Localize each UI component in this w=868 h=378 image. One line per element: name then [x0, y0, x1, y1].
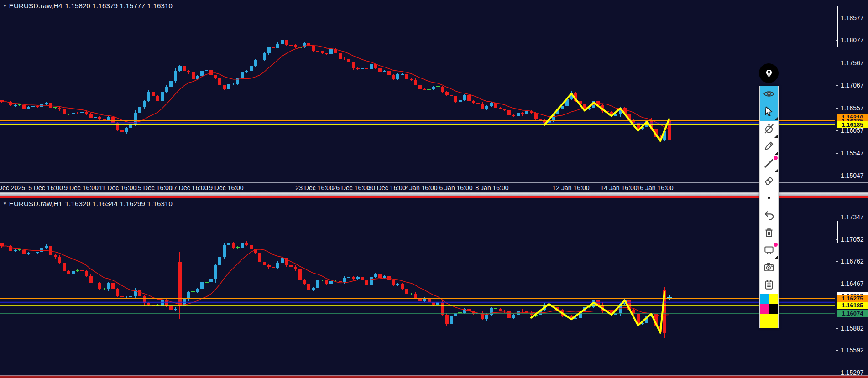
- color-swatch-1[interactable]: [769, 294, 778, 304]
- h4-symbol-label: EURUSD.raw,H4: [9, 2, 63, 10]
- price-tick-mark: [836, 284, 838, 284]
- tool-expand-corner: [774, 256, 778, 259]
- time-axis-label: 14 Jan 16:00: [601, 184, 638, 192]
- h1-chart-canvas[interactable]: [0, 198, 835, 375]
- color-swatch-0[interactable]: [760, 294, 769, 304]
- active-window-bottom-border: [0, 375, 868, 378]
- price-tick-label: 1.16557: [841, 104, 864, 112]
- time-axis-label: 30 Dec 16:00: [368, 184, 406, 192]
- toolbar-drag-handle[interactable]: [759, 63, 779, 83]
- price-tick-label: 1.15547: [841, 150, 864, 157]
- h1-price-axis[interactable]: 1.173471.170521.167621.164671.158821.155…: [836, 198, 868, 375]
- drawing-toolbar: [759, 86, 779, 328]
- undo-icon: [763, 209, 775, 223]
- tool-color-dot: [774, 243, 778, 247]
- price-tick-mark: [836, 63, 838, 63]
- price-tick-mark: [836, 350, 838, 351]
- price-tick-label: 1.17067: [841, 82, 864, 89]
- h4-chart-title: ▾ EURUSD.raw,H4 1.15820 1.16379 1.15777 …: [4, 2, 173, 10]
- toolbar-button-board[interactable]: [760, 242, 778, 259]
- price-tick-mark: [836, 373, 838, 373]
- h1-chart-title: ▾ EURUSD.raw,H1 1.16320 1.16344 1.16299 …: [4, 200, 173, 207]
- board-icon: [763, 244, 775, 258]
- time-axis-label: 19 Dec 16:00: [205, 184, 243, 192]
- toolbar-button-eraser[interactable]: [760, 173, 778, 190]
- toolbar-button-undo[interactable]: [760, 207, 778, 225]
- price-badge: 1.16185: [837, 302, 868, 309]
- h4-price-axis[interactable]: 1.185771.180771.175671.170671.165571.160…: [836, 0, 868, 182]
- time-axis-label: 23 Dec 16:00: [295, 184, 333, 192]
- time-axis-label: 6 Jan 16:00: [439, 184, 472, 192]
- price-tick-mark: [836, 153, 838, 154]
- price-tick-label: 1.17567: [841, 59, 864, 67]
- pencil-icon: [763, 140, 775, 154]
- time-axis-label: 26 Dec 16:00: [332, 184, 370, 192]
- time-axis-label: 12 Jan 16:00: [553, 184, 590, 192]
- price-tick-mark: [836, 217, 838, 217]
- price-tick-mark: [836, 85, 838, 86]
- time-axis-label: 5 Dec 16:00: [28, 184, 63, 192]
- h4-chart-canvas[interactable]: [0, 0, 835, 182]
- price-tick-label: 1.15882: [841, 325, 864, 332]
- toolbar-button-timer-off[interactable]: [760, 121, 778, 138]
- time-axis-label: 11 Dec 16:00: [99, 184, 136, 192]
- price-badge: 1.16275: [837, 295, 868, 302]
- price-tick-label: 1.17052: [841, 236, 864, 243]
- tool-expand-corner: [774, 152, 778, 155]
- price-badge: 1.16074: [837, 310, 868, 317]
- price-tick-label: 1.15047: [841, 172, 864, 179]
- time-axis[interactable]: Dec 20255 Dec 16:009 Dec 16:0011 Dec 16:…: [0, 182, 868, 192]
- toolbar-button-camera[interactable]: [760, 259, 778, 277]
- clipboard-icon: [763, 279, 775, 292]
- trading-platform-window: ▾ EURUSD.raw,H4 1.15820 1.16379 1.15777 …: [0, 0, 868, 378]
- tool-expand-corner: [774, 135, 778, 138]
- price-tick-label: 1.16467: [841, 280, 864, 287]
- time-axis-label: 9 Dec 16:00: [64, 184, 99, 192]
- time-axis-label: Dec 2025: [0, 184, 25, 192]
- separator-gray-band: [0, 192, 868, 196]
- h1-symbol-label: EURUSD.raw,H1: [9, 200, 63, 207]
- color-swatch-2[interactable]: [760, 304, 769, 314]
- tool-expand-corner: [774, 169, 778, 172]
- toolbar-button-line-tool[interactable]: [760, 155, 778, 173]
- moving-average-line: [2, 45, 669, 129]
- tool-expand-corner: [774, 117, 778, 120]
- price-tick-label: 1.16762: [841, 258, 864, 265]
- price-tick-label: 1.15592: [841, 347, 864, 354]
- toolbar-color-palette[interactable]: [760, 294, 778, 314]
- color-swatch-3[interactable]: [769, 304, 778, 314]
- time-axis-label: 15 Dec 16:00: [134, 184, 172, 192]
- toolbar-button-clipboard[interactable]: [760, 277, 778, 294]
- price-tick-label: 1.18577: [841, 14, 864, 21]
- toolbar-button-eye[interactable]: [760, 86, 778, 104]
- toolbar-button-cursor[interactable]: [760, 104, 778, 121]
- pen-nib-icon: [763, 66, 775, 81]
- toolbar-button-pencil[interactable]: [760, 138, 778, 155]
- dot-icon: [763, 192, 775, 206]
- time-axis-label: 8 Jan 16:00: [475, 184, 508, 192]
- price-tick-label: 1.17347: [841, 213, 864, 221]
- h4-ohlc-values: 1.15820 1.16379 1.15777 1.16310: [65, 2, 173, 10]
- axis-scroll-thumb[interactable]: [837, 6, 838, 47]
- toolbar-button-trash[interactable]: [760, 225, 778, 242]
- line-tool-icon: [763, 157, 775, 171]
- toolbar-button-dot[interactable]: [760, 190, 778, 207]
- active-color-swatch[interactable]: [760, 314, 778, 328]
- price-tick-mark: [836, 176, 838, 176]
- zigzag-overlay[interactable]: [544, 93, 669, 141]
- price-tick-mark: [836, 261, 838, 262]
- trash-icon: [763, 227, 775, 240]
- window-separator[interactable]: [0, 192, 868, 198]
- chart-collapse-icon[interactable]: ▾: [4, 201, 6, 207]
- tool-color-dot: [774, 156, 778, 160]
- chart-collapse-icon[interactable]: ▾: [4, 3, 6, 9]
- price-tick-mark: [836, 328, 838, 329]
- separator-red-line: [0, 196, 868, 198]
- eye-icon: [763, 88, 775, 102]
- price-tick-mark: [836, 130, 838, 131]
- price-tick-mark: [836, 108, 838, 109]
- axis-scroll-thumb[interactable]: [837, 221, 838, 243]
- cursor-icon: [763, 105, 775, 119]
- time-axis-label: 16 Jan 16:00: [637, 184, 674, 192]
- price-tick-label: 1.18077: [841, 36, 864, 44]
